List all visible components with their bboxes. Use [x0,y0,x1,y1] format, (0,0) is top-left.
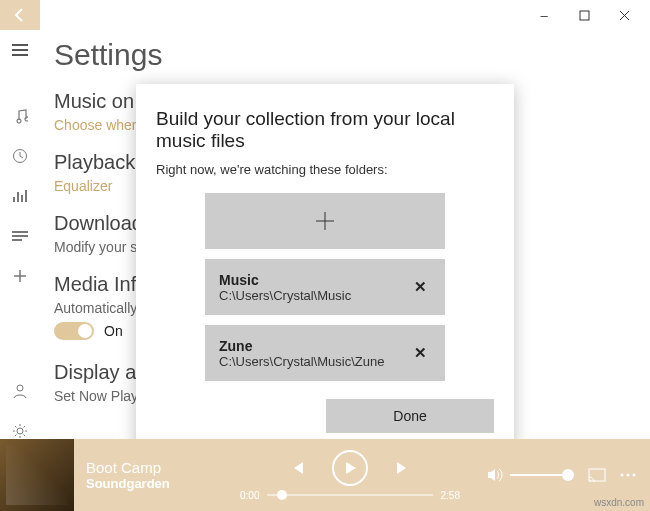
bars-icon [12,188,28,204]
window-titlebar: – [0,0,650,30]
page-title: Settings [54,38,636,72]
time-elapsed: 0:00 [240,490,259,501]
remove-folder-button[interactable]: ✕ [410,340,431,366]
svg-rect-9 [21,195,23,202]
sidebar-item-account[interactable] [0,371,40,411]
now-playing-bar: Boot Camp Soundgarden 0:00 2:58 [0,439,650,511]
maximize-button[interactable] [564,1,604,29]
arrow-left-icon [12,7,28,23]
next-button[interactable] [394,459,412,477]
playlist-icon [12,229,28,243]
plus-icon [12,268,28,284]
folder-path: C:\Users\Crystal\Music\Zune [219,354,384,369]
play-icon [343,461,357,475]
remove-folder-button[interactable]: ✕ [410,274,431,300]
cast-icon [588,468,606,482]
album-art[interactable] [0,439,74,511]
folder-path: C:\Users\Crystal\Music [219,288,351,303]
track-info[interactable]: Boot Camp Soundgarden [74,459,214,491]
cast-button[interactable] [588,468,606,482]
time-total: 2:58 [441,490,460,501]
sidebar [0,0,40,451]
sidebar-item-recent[interactable] [0,136,40,176]
choose-folders-dialog: Build your collection from your local mu… [136,84,514,453]
close-icon [619,10,630,21]
skip-next-icon [394,459,412,477]
more-icon [620,473,636,477]
svg-point-22 [627,474,630,477]
done-button[interactable]: Done [326,399,494,433]
secondary-controls [486,466,650,484]
svg-rect-8 [17,192,19,202]
svg-point-23 [633,474,636,477]
sidebar-item-add[interactable] [0,256,40,296]
svg-rect-7 [13,197,15,202]
folder-name: Music [219,272,351,288]
menu-icon [12,43,28,57]
svg-point-17 [17,428,23,434]
play-button[interactable] [332,450,368,486]
folder-name: Zune [219,338,384,354]
square-icon [579,10,590,21]
back-button[interactable] [0,0,40,30]
sidebar-item-playlists[interactable] [0,216,40,256]
hamburger-menu[interactable] [0,30,40,70]
more-button[interactable] [620,473,636,477]
track-artist: Soundgarden [86,476,202,491]
volume-icon [486,466,504,484]
dialog-description: Right now, we're watching these folders: [156,162,494,177]
skip-previous-icon [288,459,306,477]
previous-button[interactable] [288,459,306,477]
add-folder-button[interactable] [205,193,445,249]
folder-row[interactable]: Zune C:\Users\Crystal\Music\Zune ✕ [205,325,445,381]
toggle-pill-on [54,322,94,340]
svg-rect-0 [580,11,589,20]
track-title: Boot Camp [86,459,202,476]
music-note-icon [12,108,28,124]
progress-bar[interactable]: 0:00 2:58 [240,490,460,501]
playback-controls: 0:00 2:58 [214,450,486,501]
dialog-title: Build your collection from your local mu… [156,108,494,152]
clock-icon [12,148,28,164]
folder-row[interactable]: Music C:\Users\Crystal\Music ✕ [205,259,445,315]
svg-point-16 [17,385,23,391]
close-window-button[interactable] [604,1,644,29]
sidebar-item-nowplaying[interactable] [0,176,40,216]
toggle-label: On [104,323,123,339]
svg-point-21 [621,474,624,477]
watermark: wsxdn.com [594,497,644,508]
minimize-button[interactable]: – [524,1,564,29]
mediainfo-toggle[interactable]: On [54,322,123,340]
svg-rect-20 [589,469,605,481]
volume-control[interactable] [486,466,574,484]
sidebar-item-music[interactable] [0,96,40,136]
plus-icon [315,211,335,231]
svg-rect-10 [25,190,27,202]
person-icon [12,383,28,399]
gear-icon [12,423,28,439]
